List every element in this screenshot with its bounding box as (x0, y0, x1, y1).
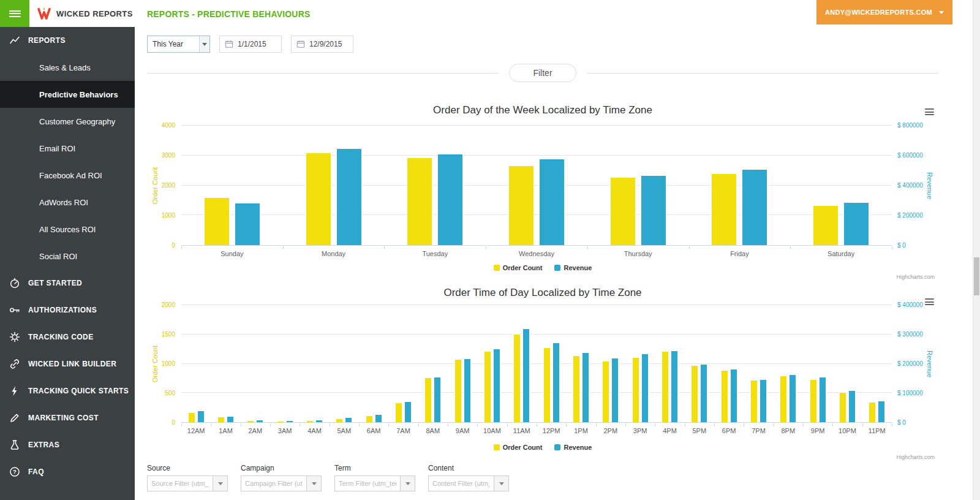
bar-order-count-8pm[interactable] (780, 376, 787, 422)
bar-order-count-2am[interactable] (247, 420, 254, 422)
bar-revenue-thursday[interactable] (641, 175, 666, 245)
account-menu-button[interactable]: ANDY@WICKEDREPORTS.COM (816, 0, 952, 25)
bar-order-count-6am[interactable] (366, 415, 373, 422)
bar-order-count-sunday[interactable] (204, 197, 230, 245)
sidebar-item-authorizations[interactable]: AUTHORIZATIONS (0, 297, 135, 324)
bar-revenue-monday[interactable] (336, 148, 362, 245)
bar-order-count-9pm[interactable] (810, 379, 817, 422)
sidebar-item-reports[interactable]: REPORTS (0, 27, 135, 54)
bar-order-count-3pm[interactable] (632, 357, 639, 422)
brand[interactable]: WICKED REPORTS (29, 0, 135, 27)
bar-revenue-9am[interactable] (464, 358, 471, 422)
chart-context-menu-button[interactable] (925, 108, 934, 115)
bar-order-count-friday[interactable] (711, 173, 737, 245)
term-filter-input[interactable] (334, 475, 401, 491)
content-filter-dropdown-button[interactable] (494, 475, 509, 491)
bar-order-count-1am[interactable] (217, 417, 225, 422)
highcharts-credits-link[interactable]: Highcharts.com (896, 274, 935, 280)
bar-revenue-11am[interactable] (522, 328, 530, 422)
sidebar-item-facebook-ad-roi[interactable]: Facebook Ad ROI (0, 162, 135, 189)
bar-order-count-2pm[interactable] (602, 361, 609, 422)
bar-revenue-6am[interactable] (375, 414, 382, 422)
bar-revenue-10pm[interactable] (848, 390, 856, 422)
date-to-input[interactable]: 12/9/2015 (291, 36, 353, 53)
scrollbar-thumb[interactable] (974, 257, 979, 295)
bar-revenue-sunday[interactable] (235, 203, 260, 245)
bar-order-count-11pm[interactable] (869, 402, 876, 422)
bar-order-count-1pm[interactable] (573, 355, 580, 422)
legend-item-revenue[interactable]: Revenue (554, 264, 592, 271)
bar-order-count-10pm[interactable] (839, 392, 846, 422)
campaign-filter-dropdown-button[interactable] (306, 475, 322, 491)
bar-revenue-11pm[interactable] (878, 401, 885, 422)
bar-revenue-3pm[interactable] (641, 354, 649, 422)
legend-item-revenue[interactable]: Revenue (554, 444, 592, 451)
term-filter-dropdown-button[interactable] (400, 475, 415, 491)
legend-item-order-count[interactable]: Order Count (494, 264, 543, 271)
bar-order-count-10am[interactable] (484, 351, 491, 423)
bar-revenue-saturday[interactable] (843, 202, 869, 245)
bar-revenue-12am[interactable] (197, 411, 205, 422)
chart-context-menu-button[interactable] (925, 298, 934, 305)
bar-revenue-8am[interactable] (434, 377, 441, 422)
content-filter-input[interactable] (428, 475, 494, 491)
bar-order-count-4am[interactable] (306, 420, 314, 422)
bar-revenue-4pm[interactable] (671, 350, 678, 422)
sidebar-item-all-sources-roi[interactable]: All Sources ROI (0, 216, 135, 243)
sidebar-item-customer-geography[interactable]: Customer Geography (0, 108, 135, 135)
bar-revenue-1am[interactable] (227, 416, 234, 423)
sidebar-item-wicked-link-builder[interactable]: WICKED LINK BUILDER (0, 350, 135, 377)
bar-order-count-6pm[interactable] (721, 370, 728, 422)
bar-revenue-8pm[interactable] (789, 374, 796, 422)
sidebar-item-adwords-roi[interactable]: AdWords ROI (0, 189, 135, 216)
date-from-input[interactable]: 1/1/2015 (219, 36, 282, 53)
source-filter-input[interactable] (147, 475, 213, 491)
bar-order-count-11am[interactable] (513, 334, 521, 422)
campaign-filter-input[interactable] (241, 475, 307, 491)
sidebar-item-marketing-cost[interactable]: MARKETING COST (0, 404, 135, 431)
bar-order-count-3am[interactable] (277, 421, 284, 422)
bar-order-count-wednesday[interactable] (508, 165, 534, 245)
bar-order-count-tuesday[interactable] (407, 157, 432, 245)
bar-order-count-monday[interactable] (306, 153, 331, 245)
bar-revenue-7am[interactable] (404, 401, 412, 422)
bar-revenue-9pm[interactable] (819, 377, 826, 422)
filter-button[interactable]: Filter (509, 64, 576, 82)
bar-order-count-8am[interactable] (424, 377, 432, 422)
bar-order-count-12am[interactable] (188, 412, 195, 422)
sidebar-item-social-roi[interactable]: Social ROI (0, 243, 135, 270)
bar-order-count-saturday[interactable] (813, 205, 839, 245)
bar-order-count-thursday[interactable] (610, 177, 636, 245)
scrollbar[interactable] (973, 0, 980, 500)
period-select[interactable]: This Year (147, 36, 210, 53)
bar-revenue-7pm[interactable] (760, 379, 767, 422)
sidebar-item-extras[interactable]: EXTRAS (0, 431, 135, 458)
bar-revenue-3am[interactable] (286, 420, 293, 422)
sidebar-item-tracking-quick-starts[interactable]: TRACKING QUICK STARTS (0, 377, 135, 404)
bar-revenue-6pm[interactable] (730, 369, 737, 422)
bar-revenue-5pm[interactable] (700, 364, 707, 422)
bar-order-count-7am[interactable] (395, 403, 402, 422)
source-filter-dropdown-button[interactable] (213, 475, 228, 491)
legend-item-order-count[interactable]: Order Count (494, 444, 543, 451)
bar-order-count-12pm[interactable] (543, 347, 551, 422)
bar-revenue-tuesday[interactable] (437, 154, 463, 245)
bar-order-count-7pm[interactable] (750, 380, 758, 422)
bar-order-count-5pm[interactable] (691, 365, 698, 422)
bar-revenue-12pm[interactable] (552, 343, 560, 422)
bar-revenue-2am[interactable] (256, 420, 263, 422)
sidebar-item-sales-and-leads[interactable]: Sales & Leads (0, 54, 135, 81)
sidebar-toggle-button[interactable] (0, 0, 29, 27)
bar-order-count-9am[interactable] (454, 359, 462, 422)
bar-revenue-1pm[interactable] (582, 352, 589, 422)
bar-revenue-5am[interactable] (345, 417, 352, 422)
bar-revenue-10am[interactable] (493, 349, 500, 422)
sidebar-item-predictive-behaviors[interactable]: Predictive Behaviors (0, 81, 135, 108)
bar-revenue-2pm[interactable] (611, 358, 619, 422)
bar-revenue-wednesday[interactable] (539, 159, 565, 245)
bar-revenue-4am[interactable] (315, 420, 323, 422)
sidebar-item-faq[interactable]: ? FAQ (0, 458, 135, 485)
highcharts-credits-link[interactable]: Highcharts.com (896, 454, 935, 460)
sidebar-item-email-roi[interactable]: Email ROI (0, 135, 135, 162)
bar-order-count-5am[interactable] (336, 419, 343, 422)
